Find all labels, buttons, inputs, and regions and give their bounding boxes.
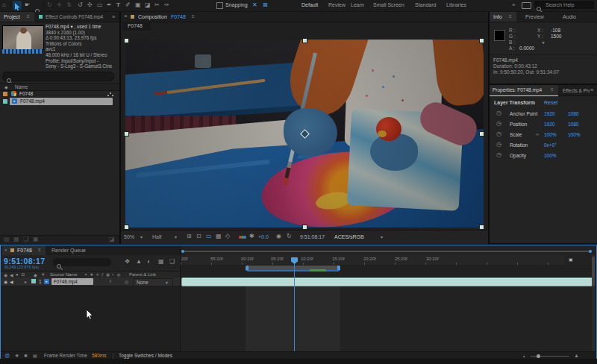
- home-icon[interactable]: ⌂: [2, 2, 6, 8]
- prop-rotation-label[interactable]: Rotation: [510, 142, 528, 148]
- preview-timecode[interactable]: 9:51:08:17: [300, 234, 325, 239]
- mask-visibility-icon[interactable]: ⊡: [196, 233, 201, 239]
- channel-select-icon[interactable]: [239, 236, 242, 239]
- exposure-value[interactable]: +0.0: [258, 234, 269, 239]
- transparency-grid-icon[interactable]: ▦: [216, 233, 222, 239]
- footage-label-swatch[interactable]: [3, 99, 7, 104]
- track-vertical-scrollbar[interactable]: [592, 255, 595, 351]
- gear-icon[interactable]: ✱: [24, 353, 28, 358]
- project-row-footage[interactable]: ▸ F0748.mp4: [0, 98, 119, 105]
- help-search-input[interactable]: [544, 1, 593, 8]
- workspace-tab-default[interactable]: Default: [301, 2, 318, 7]
- tab-timeline-comp[interactable]: × F0748 ≡: [2, 245, 46, 255]
- layer-handle[interactable]: [124, 225, 129, 230]
- workspace-tab-libraries[interactable]: Libraries: [446, 2, 466, 7]
- snap-option-icon-1[interactable]: ✕: [252, 2, 257, 8]
- new-folder-icon[interactable]: ❏: [23, 236, 28, 242]
- project-tab-overflow-icon[interactable]: »: [112, 14, 115, 20]
- draft-3d-icon[interactable]: ▲: [136, 259, 142, 265]
- rotate-tool-icon[interactable]: ↺: [78, 2, 83, 8]
- brush-tool-icon[interactable]: ✐: [125, 2, 131, 8]
- playhead-line[interactable]: [294, 263, 295, 351]
- region-of-interest-icon[interactable]: ▭: [206, 233, 212, 239]
- workspace-overflow-icon[interactable]: »: [512, 2, 515, 8]
- viewer-tab[interactable]: F0748: [122, 22, 151, 31]
- tab-effect-controls[interactable]: Effect Controls F0748.mp4: [46, 14, 110, 19]
- parent-pickwhip-icon[interactable]: ◎: [125, 279, 128, 284]
- color-depth-icon[interactable]: ▦: [13, 236, 19, 242]
- comp-flowchart-icon[interactable]: ❖: [125, 259, 130, 265]
- tab-effects-presets[interactable]: Effects & Presets: [563, 88, 590, 93]
- layer-duration-bar[interactable]: [181, 277, 593, 286]
- timeline-zoom-thumb[interactable]: [537, 354, 540, 358]
- stopwatch-icon[interactable]: ◷: [496, 121, 501, 127]
- name-column-header[interactable]: Name: [15, 84, 28, 90]
- selection-tool[interactable]: [13, 1, 22, 10]
- hand-tool-icon[interactable]: ☛: [25, 2, 30, 8]
- delete-icon[interactable]: ◪: [109, 236, 115, 242]
- workspace-tab-learn[interactable]: Learn: [351, 2, 364, 7]
- project-search-input[interactable]: [14, 73, 107, 80]
- timeline-search-box[interactable]: [53, 258, 111, 266]
- snap-option-icon-2[interactable]: ⊠: [263, 2, 268, 8]
- time-ruler[interactable]: 0:20f 55:20f 00:20f 05:20f 10:20f 15:20f…: [181, 255, 565, 266]
- resolution-dropdown[interactable]: Half: [152, 234, 161, 239]
- hide-shy-icon[interactable]: ◐: [147, 259, 151, 265]
- snapshot-camera-icon[interactable]: ◉: [276, 233, 281, 239]
- reset-button[interactable]: Reset: [544, 100, 557, 105]
- close-icon[interactable]: ×: [4, 248, 7, 252]
- source-name-column-header[interactable]: Source Name: [50, 272, 78, 277]
- comp-marker-bin-icon[interactable]: ▣: [569, 257, 573, 262]
- composition-panel-title[interactable]: Composition: [138, 14, 167, 19]
- interpret-footage-icon[interactable]: ▤: [4, 236, 10, 242]
- refresh-icon[interactable]: ↻: [287, 233, 292, 239]
- graph-editor-icon[interactable]: ❏: [169, 259, 175, 265]
- close-icon[interactable]: ×: [124, 13, 128, 19]
- tab-info[interactable]: Info ≡: [490, 12, 516, 22]
- footage-row-name[interactable]: F0748.mp4: [20, 98, 45, 104]
- prop-position-label[interactable]: Position: [510, 122, 527, 127]
- layer-handle[interactable]: [302, 38, 307, 43]
- prop-opacity-label[interactable]: Opacity: [510, 153, 526, 158]
- layer-label-swatch[interactable]: [31, 279, 36, 283]
- exposure-gear-icon[interactable]: ✱: [249, 233, 254, 239]
- zoom-in-mountain-icon[interactable]: ▲: [574, 353, 579, 358]
- prop-scale-y[interactable]: 100%: [568, 132, 581, 137]
- workspace-tab-standard[interactable]: Standard: [415, 2, 436, 7]
- stopwatch-icon[interactable]: ◷: [496, 152, 501, 158]
- tab-render-queue[interactable]: Render Queue: [51, 248, 86, 253]
- parent-dropdown[interactable]: None ▾: [133, 278, 173, 286]
- layer-quality-toggle[interactable]: /: [110, 279, 111, 283]
- layer-handle[interactable]: [124, 131, 129, 136]
- layer-handle[interactable]: [302, 225, 307, 230]
- search-scope-icon[interactable]: [522, 2, 531, 9]
- layer-expand-arrow[interactable]: ▸: [25, 279, 27, 284]
- panel-menu-icon[interactable]: ≡: [38, 248, 41, 252]
- timeline-navigator-track[interactable]: [182, 251, 591, 252]
- video-frame[interactable]: [125, 40, 484, 228]
- prop-position-y[interactable]: 1080: [568, 122, 578, 127]
- properties-overflow-icon[interactable]: »: [590, 87, 593, 93]
- grid-guides-icon[interactable]: ⊞: [187, 233, 192, 239]
- tab-project[interactable]: Project ≡: [0, 12, 34, 22]
- type-tool-icon[interactable]: T: [116, 2, 120, 8]
- layer-handle[interactable]: [479, 131, 484, 136]
- stopwatch-icon[interactable]: ◷: [496, 131, 501, 137]
- mask-mode-icon[interactable]: ◇: [225, 233, 230, 239]
- prop-scale-x[interactable]: 100%: [544, 132, 557, 137]
- list-icon[interactable]: ▤: [33, 353, 37, 358]
- magnification-dropdown[interactable]: 50%: [124, 234, 134, 239]
- puppet-pin-tool-icon[interactable]: ✑: [164, 2, 169, 8]
- layer-row[interactable]: ◉ ◀ ▸ 1 ▸ F0748.mp4 / ◎ None ▾: [1, 277, 180, 286]
- panel-menu-icon[interactable]: ≡: [551, 87, 554, 92]
- prop-scale-label[interactable]: Scale: [510, 132, 522, 137]
- layer-name-chip[interactable]: F0748.mp4: [51, 278, 93, 285]
- link-icon[interactable]: ∞: [536, 132, 539, 136]
- flowchart-icon[interactable]: ❖: [15, 353, 19, 358]
- eraser-tool-icon[interactable]: ◪: [145, 2, 151, 8]
- frame-blend-icon[interactable]: ▦: [158, 259, 164, 265]
- tab-properties[interactable]: Properties: F0748.mp4 ≡: [490, 85, 558, 96]
- roto-brush-tool-icon[interactable]: ✂: [154, 2, 160, 8]
- prop-anchor-x[interactable]: 1920: [544, 111, 554, 116]
- prop-opacity-value[interactable]: 100%: [544, 153, 557, 158]
